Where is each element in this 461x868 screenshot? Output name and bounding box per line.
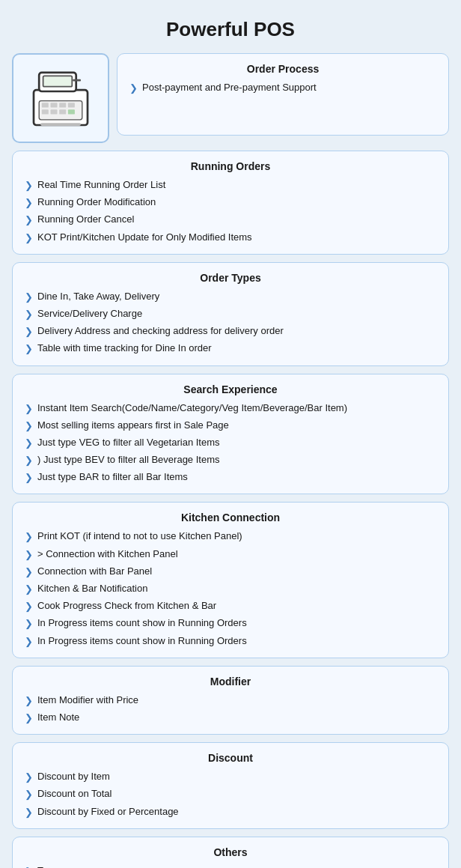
chevron-icon: ❯	[25, 635, 33, 649]
svg-rect-11	[68, 109, 75, 114]
svg-rect-7	[68, 103, 75, 107]
list-item: ❯ Post-payment and Pre-payment Support	[129, 81, 436, 95]
cash-register-icon	[27, 64, 94, 132]
list-item: ❯Tax	[25, 864, 436, 868]
list-item: ❯Discount by Fixed or Percentage	[25, 805, 436, 819]
chevron-icon: ❯	[25, 711, 33, 725]
chevron-icon: ❯	[25, 231, 33, 245]
chevron-icon: ❯	[25, 548, 33, 562]
chevron-icon: ❯	[25, 600, 33, 613]
search-experience-title: Search Experience	[25, 383, 436, 395]
list-item: ❯Running Order Cancel	[25, 213, 436, 227]
chevron-icon: ❯	[25, 565, 33, 579]
list-item: ❯Item Note	[25, 711, 436, 725]
chevron-icon: ❯	[25, 617, 33, 631]
svg-rect-9	[51, 109, 58, 114]
kitchen-connection-card: Kitchen Connection ❯Print KOT (if intend…	[12, 502, 449, 658]
svg-rect-8	[42, 109, 49, 114]
list-item: ❯Most selling items appears first in Sal…	[25, 419, 436, 433]
chevron-icon: ❯	[25, 179, 33, 192]
list-item: ❯Service/Delivery Charge	[25, 307, 436, 321]
list-item: ❯Instant Item Search(Code/Name/Category/…	[25, 401, 436, 416]
chevron-icon: ❯	[25, 308, 33, 321]
order-types-card: Order Types ❯Dine In, Take Away, Deliver…	[12, 262, 449, 366]
chevron-icon: ❯	[25, 325, 33, 339]
svg-rect-6	[59, 103, 66, 107]
order-types-title: Order Types	[25, 272, 436, 284]
chevron-icon: ❯	[25, 419, 33, 433]
modifier-card: Modifier ❯Item Modifier with Price ❯Item…	[12, 666, 449, 735]
chevron-icon: ❯	[25, 471, 33, 485]
chevron-icon: ❯	[25, 213, 33, 227]
chevron-icon: ❯	[25, 694, 33, 708]
order-process-card: Order Process ❯ Post-payment and Pre-pay…	[117, 53, 449, 136]
svg-rect-13	[73, 79, 81, 82]
list-item: ❯Print KOT (if intend to not to use Kitc…	[25, 529, 436, 544]
list-item: ❯In Progress items count show in Running…	[25, 616, 436, 631]
chevron-icon: ❯	[25, 402, 33, 416]
list-item: ❯) Just type BEV to filter all Beverage …	[25, 453, 436, 467]
list-item: ❯Just type BAR to filter all Bar Items	[25, 470, 436, 485]
list-item: ❯> Connection with Kitchen Panel	[25, 547, 436, 562]
chevron-icon: ❯	[25, 771, 33, 784]
chevron-icon: ❯	[25, 806, 33, 819]
chevron-icon: ❯	[25, 342, 33, 356]
list-item: ❯Kitchen & Bar Notification	[25, 582, 436, 596]
svg-rect-10	[59, 109, 66, 114]
modifier-title: Modifier	[25, 676, 436, 688]
chevron-icon: ❯	[25, 788, 33, 801]
list-item: ❯Table with time tracking for Dine In or…	[25, 342, 436, 356]
others-card: Others ❯Tax ❯Waiter ❯Instant Customer Ad…	[12, 837, 449, 868]
list-item: ❯KOT Print/Kitchen Update for Only Modif…	[25, 231, 436, 245]
list-item: ❯Cook Progress Check from Kitchen & Bar	[25, 599, 436, 613]
list-item: ❯Real Time Running Order List	[25, 178, 436, 192]
discount-title: Discount	[25, 752, 436, 764]
search-experience-card: Search Experience ❯Instant Item Search(C…	[12, 374, 449, 495]
list-item: ❯Delivery Address and checking address f…	[25, 324, 436, 339]
chevron-icon: ❯	[25, 291, 33, 304]
list-item: ❯Just type VEG to filter all Vegetarian …	[25, 436, 436, 450]
list-item: ❯Running Order Modification	[25, 195, 436, 210]
discount-card: Discount ❯Discount by Item ❯Discount on …	[12, 742, 449, 829]
chevron-icon: ❯	[25, 530, 33, 544]
chevron-icon: ❯	[25, 583, 33, 596]
chevron-icon: ❯	[25, 196, 33, 210]
list-item: ❯Dine In, Take Away, Delivery	[25, 290, 436, 304]
chevron-icon: ❯	[25, 454, 33, 467]
list-item: ❯In Progress items count show in Running…	[25, 634, 436, 649]
list-item: ❯Discount by Item	[25, 770, 436, 784]
chevron-icon: ❯	[129, 82, 138, 95]
list-item: ❯Discount on Total	[25, 787, 436, 801]
kitchen-connection-title: Kitchen Connection	[25, 512, 436, 523]
list-item: ❯Item Modifier with Price	[25, 694, 436, 708]
running-orders-title: Running Orders	[25, 160, 436, 172]
svg-rect-2	[43, 76, 73, 86]
chevron-icon: ❯	[25, 437, 33, 450]
running-orders-card: Running Orders ❯Real Time Running Order …	[12, 151, 449, 255]
svg-rect-4	[42, 103, 49, 107]
svg-rect-12	[40, 123, 81, 126]
list-item: ❯Connection with Bar Panel	[25, 565, 436, 579]
svg-rect-5	[51, 103, 58, 107]
page-title: Powerful POS	[12, 18, 449, 41]
chevron-icon: ❯	[25, 865, 33, 868]
others-title: Others	[25, 846, 436, 858]
order-process-title: Order Process	[129, 63, 436, 75]
pos-icon-box	[12, 53, 109, 143]
